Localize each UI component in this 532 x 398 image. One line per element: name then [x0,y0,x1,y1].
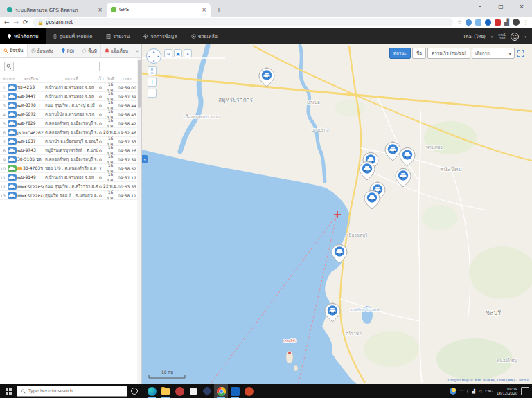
taskbar-photos[interactable] [172,384,186,398]
map-canvas[interactable]: สมุทรปราการเมืองสมุทรปราการบางบ่อบางปะกง… [142,44,532,384]
browser-tab-1[interactable]: ระบบติดตามรถ GPS ติดตามร × [3,3,107,17]
bluetooth-icon[interactable]: ᛒ [466,389,468,393]
taskbar-dropbox[interactable] [200,384,214,398]
table-row[interactable]: 11ฒษ-9149ต.บ้านเก่า อ.พานทอง จ.ชล016 ธ.ค… [0,173,141,182]
vehicle-plate: ฒษ-9743 [17,147,45,154]
zoom-out-button[interactable]: − [148,89,157,98]
table-row[interactable]: 1ขย-4253ต.บ้านเก่า อ.พานทอง จ.ชล016 ธ.ค.… [0,83,141,92]
help-icon [191,34,196,39]
row-index: 7 [0,139,6,144]
map[interactable]: สมุทรปราการเมืองสมุทรปราการบางบ่อบางปะกง… [142,44,532,384]
search-input[interactable] [17,62,100,71]
action-center-icon[interactable] [521,387,529,395]
forward-icon[interactable]: → [14,19,19,26]
toggle-status-button[interactable]: สถานะ [389,48,411,59]
tab2-close-icon[interactable]: × [202,7,206,13]
close-tools-button[interactable]: ✕ [184,49,192,57]
weather-tray-icon[interactable] [450,388,456,395]
nav-mobile-map-label: ดูแผนที่ Mobile [60,33,93,40]
taskbar-chrome[interactable] [214,384,228,398]
url-field[interactable]: 🔒 gosiam.net [33,18,453,26]
keyboard-language[interactable]: ENG [485,389,493,393]
pan-up-icon: ▴ [152,49,157,54]
layers-tool-button[interactable]: ▣ [174,49,182,57]
extension-icon-1[interactable] [466,19,472,26]
start-button[interactable] [0,384,17,398]
vehicle-location: ต.คลองตำหรุ อ.เมืองชลบุรี จ. [45,129,98,136]
panel-scrollbar-thumb[interactable] [138,60,141,108]
table-row[interactable]: 3ฒห-8370ถนน สุขุมวิท , ต.บางปู อ.เมื016 … [0,101,141,110]
table-row[interactable]: 1030-4703ชซอย 1/9 , ต.หนองตำลึง อ.พ716 ธ… [0,164,141,173]
tab-alerts[interactable]: แจ้งเตือน [101,44,132,57]
fullscreen-button[interactable] [516,49,525,58]
language-selector[interactable]: Thai (ไทย) [463,33,485,40]
nav-help[interactable]: ช่วยเหลือ [184,28,224,44]
map-collapse-button[interactable]: ◂ [142,155,148,163]
vehicle-table: สถานะ ทะเบียน สถานที่ เร็ว วันที่ เวลา 1… [0,75,141,200]
route-tool-button[interactable]: ↝ [164,49,172,57]
tray-expand-icon[interactable]: ^ [460,389,463,393]
nav-mobile-map[interactable]: ดูแผนที่ Mobile [46,28,100,44]
close-button[interactable]: × [511,0,532,12]
volume-icon[interactable]: ◁ [479,389,481,393]
tab-poi[interactable]: POI [57,44,79,57]
extensions-puzzle-icon[interactable]: ▟ [504,19,509,26]
taskbar-powerpoint[interactable] [242,384,256,398]
taskbar-edge[interactable] [145,384,159,398]
toggle-speed-button[interactable]: ความเร็ว (กม/ชม) [427,48,470,59]
reload-icon[interactable]: ⟳ [23,19,28,26]
table-row[interactable]: 8ฒษ-9743หมู่บ้านเดชบูรพาวิลล์ , ต.นาป่า0… [0,146,141,155]
map-pan-control[interactable]: ▴ ◂▸ ▾ [146,48,161,64]
poi-dot[interactable] [288,352,291,354]
panel-collapse-icon[interactable]: « [133,44,141,57]
profile-avatar[interactable] [513,19,520,26]
toggle-name-button[interactable]: ชื่อ [412,48,426,59]
table-row[interactable]: 930-5105 ชลต.คลองตำหรุ อ.เมืองชลบุรี จ.0… [0,155,141,164]
table-row[interactable]: 4ฒห-6672ต.มาบโป่ง อ.พานทอง จ.ชล016 ธ.ค.0… [0,110,141,119]
browser-menu-icon[interactable]: ⋮ [523,19,528,26]
taskbar-clock[interactable]: 09:39 16/12/2020 [497,387,517,395]
table-row[interactable]: 13MMKST22PX(สุขุมวิท ซอย 7 , ต.แสนสุข อ.… [0,191,141,200]
user-menu-caret-icon[interactable]: ▾ [524,35,526,39]
taskbar-file-explorer[interactable] [159,384,172,398]
search-button[interactable] [4,62,14,71]
minimize-button[interactable]: – [470,0,490,12]
back-icon[interactable]: ← [4,19,10,26]
nav-manage-data[interactable]: จัดการข้อมูล [136,28,184,44]
table-row[interactable]: 6JN1UC4E26Zต.คลองตำหรุ อ.เมืองชลบุรี จ.0… [0,128,141,137]
vehicle-status-icon [8,192,17,199]
pegman-button[interactable] [148,66,157,75]
zoom-in-button[interactable]: + [148,78,157,87]
taskbar-search[interactable]: Type here to search [17,386,127,397]
file-explorer-icon [161,388,170,395]
taskbar-store[interactable] [186,384,200,398]
adobe-extension-icon[interactable] [495,19,501,26]
maximize-button[interactable]: ▢ [490,0,511,12]
panel-scrollbar[interactable] [137,58,141,384]
browser-tab-2[interactable]: GPS × [107,3,211,17]
new-tab-button[interactable]: + [213,4,224,15]
nav-tracking[interactable]: หน้าติดตาม [0,28,46,44]
user-avatar-icon[interactable] [511,33,519,41]
table-row[interactable]: 2ฒอ-3447ต.บ้านเก่า อ.พานทอง จ.ชล016 ธ.ค.… [0,92,141,101]
powerpoint-icon [245,387,254,396]
tab-area[interactable]: พื้นที่ [78,44,101,57]
vehicle-select-dropdown[interactable]: เลือกรถ ▾ [472,48,515,59]
tab-history[interactable]: ย้อนหลัง [28,44,57,57]
area-circle-icon [82,48,87,53]
table-row[interactable]: 12MMKST22PS(ถนน สุขุมวิท , ต.ศรีราชา อ.ศ… [0,182,141,191]
app-navbar: หน้าติดตาม ดูแผนที่ Mobile รายงาน จัดการ… [0,28,532,44]
cortana-button[interactable] [127,384,141,398]
nav-reports[interactable]: รายงาน [99,28,136,44]
tab-current[interactable]: ปัจจุบัน [0,44,28,57]
network-icon[interactable]: ▟ [472,389,475,393]
bookmark-star-icon[interactable]: ☆ [457,19,462,26]
vehicle-speed: 0 [98,184,103,189]
extension-icon-3[interactable] [485,19,491,26]
vehicle-time: 09:38.43 [118,112,136,117]
table-row[interactable]: 5ฒอ-7829ต.คลองตำหรุ อ.เมืองชลบุรี จ.016 … [0,119,141,128]
table-row[interactable]: 7ฒล-1637ต.นาป่า อ.เมืองชลบุรี จ.ชลบุรี01… [0,137,141,146]
tab1-close-icon[interactable]: × [98,7,103,13]
extension-icon-2[interactable] [475,19,481,26]
taskbar-outlook[interactable] [228,384,242,398]
